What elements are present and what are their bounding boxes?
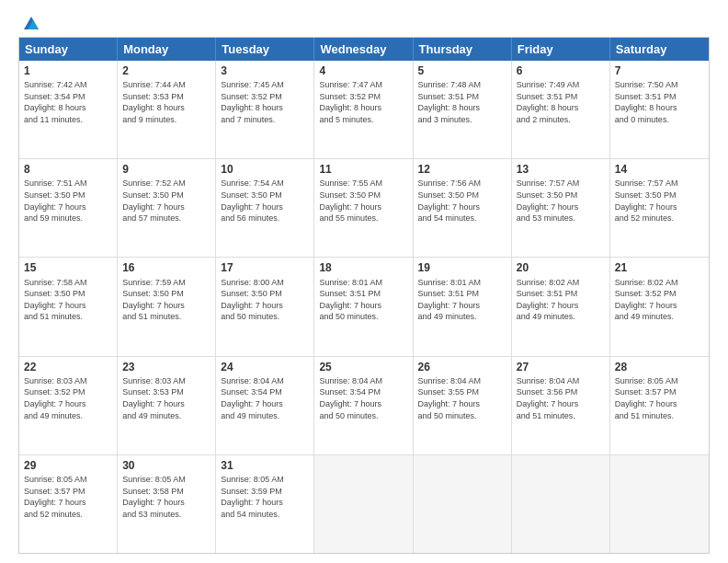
cell-info: Sunrise: 7:49 AMSunset: 3:51 PMDaylight:… [517, 79, 605, 125]
day-number: 20 [517, 260, 605, 275]
calendar-header-cell: Tuesday [216, 38, 314, 61]
cell-info: Sunrise: 7:51 AMSunset: 3:50 PMDaylight:… [24, 178, 112, 224]
day-number: 28 [615, 360, 704, 374]
day-number: 5 [418, 63, 506, 78]
day-number: 26 [418, 360, 506, 374]
day-number: 15 [24, 260, 112, 275]
cell-info: Sunrise: 8:04 AMSunset: 3:56 PMDaylight:… [517, 375, 605, 421]
cell-info: Sunrise: 7:45 AMSunset: 3:52 PMDaylight:… [221, 79, 309, 125]
day-number: 19 [418, 260, 506, 275]
cell-info: Sunrise: 8:03 AMSunset: 3:52 PMDaylight:… [24, 375, 112, 421]
day-number: 18 [319, 260, 407, 275]
calendar-header-cell: Sunday [19, 38, 118, 61]
calendar-cell: 26Sunrise: 8:04 AMSunset: 3:55 PMDayligh… [414, 357, 512, 454]
calendar-row: 1Sunrise: 7:42 AMSunset: 3:54 PMDaylight… [19, 61, 709, 158]
day-number: 9 [122, 162, 210, 177]
calendar-cell [512, 455, 610, 553]
day-number: 29 [24, 458, 112, 473]
cell-info: Sunrise: 7:57 AMSunset: 3:50 PMDaylight:… [517, 178, 605, 224]
cell-info: Sunrise: 7:55 AMSunset: 3:50 PMDaylight:… [319, 178, 407, 224]
calendar-cell: 27Sunrise: 8:04 AMSunset: 3:56 PMDayligh… [512, 357, 610, 454]
calendar-cell: 8Sunrise: 7:51 AMSunset: 3:50 PMDaylight… [19, 159, 118, 257]
cell-info: Sunrise: 8:05 AMSunset: 3:57 PMDaylight:… [615, 375, 704, 421]
day-number: 31 [221, 458, 309, 473]
cell-info: Sunrise: 7:54 AMSunset: 3:50 PMDaylight:… [221, 178, 309, 224]
header [18, 15, 710, 31]
calendar-cell: 6Sunrise: 7:49 AMSunset: 3:51 PMDaylight… [512, 61, 610, 158]
day-number: 17 [221, 260, 309, 275]
calendar-cell: 5Sunrise: 7:48 AMSunset: 3:51 PMDaylight… [414, 61, 512, 158]
cell-info: Sunrise: 7:52 AMSunset: 3:50 PMDaylight:… [122, 178, 210, 224]
calendar-cell: 18Sunrise: 8:01 AMSunset: 3:51 PMDayligh… [314, 258, 413, 355]
day-number: 30 [122, 458, 210, 473]
cell-info: Sunrise: 7:47 AMSunset: 3:52 PMDaylight:… [319, 79, 407, 125]
calendar-cell: 12Sunrise: 7:56 AMSunset: 3:50 PMDayligh… [414, 159, 512, 257]
cell-info: Sunrise: 8:02 AMSunset: 3:52 PMDaylight:… [615, 277, 704, 323]
calendar-row: 8Sunrise: 7:51 AMSunset: 3:50 PMDaylight… [19, 158, 709, 257]
day-number: 7 [615, 63, 704, 78]
calendar-cell: 14Sunrise: 7:57 AMSunset: 3:50 PMDayligh… [610, 159, 709, 257]
cell-info: Sunrise: 8:05 AMSunset: 3:58 PMDaylight:… [122, 474, 210, 520]
calendar-cell: 9Sunrise: 7:52 AMSunset: 3:50 PMDaylight… [118, 159, 216, 257]
calendar-cell: 16Sunrise: 7:59 AMSunset: 3:50 PMDayligh… [118, 258, 216, 355]
day-number: 12 [418, 162, 506, 177]
cell-info: Sunrise: 8:05 AMSunset: 3:59 PMDaylight:… [221, 474, 309, 520]
calendar-header-cell: Monday [118, 38, 216, 61]
calendar-body: 1Sunrise: 7:42 AMSunset: 3:54 PMDaylight… [19, 61, 709, 553]
day-number: 23 [122, 360, 210, 374]
cell-info: Sunrise: 8:00 AMSunset: 3:50 PMDaylight:… [221, 277, 309, 323]
calendar-cell: 7Sunrise: 7:50 AMSunset: 3:51 PMDaylight… [610, 61, 709, 158]
day-number: 11 [319, 162, 407, 177]
day-number: 3 [221, 63, 309, 78]
calendar-header-cell: Thursday [414, 38, 512, 61]
calendar-cell [414, 455, 512, 553]
cell-info: Sunrise: 7:48 AMSunset: 3:51 PMDaylight:… [418, 79, 506, 125]
cell-info: Sunrise: 8:02 AMSunset: 3:51 PMDaylight:… [517, 277, 605, 323]
day-number: 24 [221, 360, 309, 374]
calendar-cell: 21Sunrise: 8:02 AMSunset: 3:52 PMDayligh… [610, 258, 709, 355]
calendar-cell: 29Sunrise: 8:05 AMSunset: 3:57 PMDayligh… [19, 455, 118, 553]
cell-info: Sunrise: 8:05 AMSunset: 3:57 PMDaylight:… [24, 474, 112, 520]
day-number: 22 [24, 360, 112, 374]
calendar-header-cell: Saturday [610, 38, 709, 61]
day-number: 13 [517, 162, 605, 177]
day-number: 16 [122, 260, 210, 275]
cell-info: Sunrise: 7:50 AMSunset: 3:51 PMDaylight:… [615, 79, 704, 125]
calendar-cell: 24Sunrise: 8:04 AMSunset: 3:54 PMDayligh… [216, 357, 314, 454]
calendar-cell: 15Sunrise: 7:58 AMSunset: 3:50 PMDayligh… [19, 258, 118, 355]
calendar-cell: 23Sunrise: 8:03 AMSunset: 3:53 PMDayligh… [118, 357, 216, 454]
logo-icon [20, 15, 40, 31]
calendar-cell: 4Sunrise: 7:47 AMSunset: 3:52 PMDaylight… [314, 61, 413, 158]
cell-info: Sunrise: 8:04 AMSunset: 3:54 PMDaylight:… [221, 375, 309, 421]
calendar-cell: 28Sunrise: 8:05 AMSunset: 3:57 PMDayligh… [610, 357, 709, 454]
cell-info: Sunrise: 8:03 AMSunset: 3:53 PMDaylight:… [122, 375, 210, 421]
day-number: 6 [517, 63, 605, 78]
calendar-cell: 22Sunrise: 8:03 AMSunset: 3:52 PMDayligh… [19, 357, 118, 454]
day-number: 4 [319, 63, 407, 78]
calendar-cell: 19Sunrise: 8:01 AMSunset: 3:51 PMDayligh… [414, 258, 512, 355]
day-number: 8 [24, 162, 112, 177]
calendar-cell: 10Sunrise: 7:54 AMSunset: 3:50 PMDayligh… [216, 159, 314, 257]
cell-info: Sunrise: 7:57 AMSunset: 3:50 PMDaylight:… [615, 178, 704, 224]
calendar-row: 15Sunrise: 7:58 AMSunset: 3:50 PMDayligh… [19, 257, 709, 355]
calendar-row: 22Sunrise: 8:03 AMSunset: 3:52 PMDayligh… [19, 356, 709, 454]
calendar-cell: 17Sunrise: 8:00 AMSunset: 3:50 PMDayligh… [216, 258, 314, 355]
calendar-cell: 30Sunrise: 8:05 AMSunset: 3:58 PMDayligh… [118, 455, 216, 553]
day-number: 14 [615, 162, 704, 177]
calendar: SundayMondayTuesdayWednesdayThursdayFrid… [18, 37, 710, 554]
calendar-cell [610, 455, 709, 553]
cell-info: Sunrise: 8:01 AMSunset: 3:51 PMDaylight:… [418, 277, 506, 323]
calendar-cell: 2Sunrise: 7:44 AMSunset: 3:53 PMDaylight… [118, 61, 216, 158]
calendar-cell: 20Sunrise: 8:02 AMSunset: 3:51 PMDayligh… [512, 258, 610, 355]
cell-info: Sunrise: 8:01 AMSunset: 3:51 PMDaylight:… [319, 277, 407, 323]
cell-info: Sunrise: 7:44 AMSunset: 3:53 PMDaylight:… [122, 79, 210, 125]
day-number: 2 [122, 63, 210, 78]
calendar-cell [314, 455, 413, 553]
calendar-header-cell: Friday [512, 38, 610, 61]
day-number: 25 [319, 360, 407, 374]
cell-info: Sunrise: 8:04 AMSunset: 3:54 PMDaylight:… [319, 375, 407, 421]
day-number: 27 [517, 360, 605, 374]
cell-info: Sunrise: 7:42 AMSunset: 3:54 PMDaylight:… [24, 79, 112, 125]
day-number: 10 [221, 162, 309, 177]
cell-info: Sunrise: 7:56 AMSunset: 3:50 PMDaylight:… [418, 178, 506, 224]
